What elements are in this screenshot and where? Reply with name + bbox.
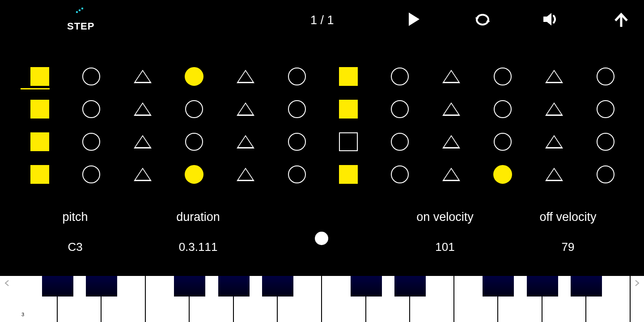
grid-cell[interactable] (133, 132, 152, 151)
grid-cell[interactable] (493, 165, 512, 184)
grid-cell[interactable] (339, 100, 358, 119)
circle-icon (82, 165, 100, 183)
grid-cell[interactable] (288, 67, 306, 86)
grid-cell[interactable] (133, 100, 152, 119)
grid-cell[interactable] (185, 67, 203, 86)
grid-cell[interactable] (390, 100, 409, 119)
svg-rect-1 (79, 9, 80, 11)
play-button[interactable] (409, 13, 420, 28)
grid-row (0, 95, 644, 128)
grid-cell[interactable] (596, 165, 615, 184)
keyboard-scroll-left[interactable] (4, 280, 11, 287)
param-duration-value: 0.3.111 (165, 240, 232, 254)
grid-cell[interactable] (596, 132, 615, 151)
grid-cell[interactable] (185, 100, 203, 119)
grid-cell[interactable] (288, 165, 306, 184)
grid-cell[interactable] (236, 67, 255, 86)
grid-cell[interactable] (82, 165, 101, 184)
triangle-icon (442, 135, 460, 148)
param-pitch[interactable]: pitch C3 (48, 210, 102, 254)
triangle-icon (134, 168, 152, 181)
upload-button[interactable] (614, 13, 629, 30)
grid-cell[interactable] (545, 67, 564, 86)
svg-rect-0 (76, 11, 78, 13)
grid-cell[interactable] (236, 100, 255, 119)
black-key[interactable] (42, 276, 73, 297)
black-key[interactable] (483, 276, 514, 297)
black-key[interactable] (571, 276, 602, 297)
black-key[interactable] (351, 276, 382, 297)
grid-cell[interactable] (82, 67, 101, 86)
grid-cell[interactable] (596, 67, 615, 86)
grid-cell[interactable] (185, 132, 203, 151)
grid-cell[interactable] (442, 132, 461, 151)
grid-cell[interactable] (133, 67, 152, 86)
grid-cell[interactable] (339, 67, 358, 86)
grid-cell[interactable] (30, 100, 49, 119)
grid-row (0, 161, 644, 193)
triangle-icon (545, 168, 563, 181)
circle-icon (597, 68, 614, 85)
param-on-velocity-label: on velocity (407, 210, 483, 224)
grid-cell[interactable] (390, 132, 409, 151)
square-icon (30, 132, 49, 151)
square-icon (339, 67, 358, 86)
grid-cell[interactable] (493, 132, 512, 151)
triangle-icon (442, 70, 460, 83)
param-duration[interactable]: duration 0.3.111 (165, 210, 232, 254)
triangle-icon (442, 102, 460, 116)
circle-icon (391, 133, 409, 151)
grid-cell[interactable] (30, 132, 49, 151)
grid-cell[interactable] (493, 100, 512, 119)
circle-icon (185, 165, 203, 184)
circle-icon (288, 165, 306, 183)
grid-cell[interactable] (288, 100, 306, 119)
grid-cell[interactable] (339, 165, 358, 184)
square-icon (339, 100, 358, 119)
grid-cell[interactable] (545, 100, 564, 119)
triangle-icon (442, 168, 460, 181)
grid-cell[interactable] (82, 100, 101, 119)
grid-cell[interactable] (545, 132, 564, 151)
grid-cell[interactable] (596, 100, 615, 119)
grid-cell[interactable] (185, 165, 203, 184)
center-slider-handle[interactable] (315, 232, 328, 245)
grid-cell[interactable] (236, 165, 255, 184)
grid-cell[interactable] (82, 132, 101, 151)
grid-cell[interactable] (390, 67, 409, 86)
black-key[interactable] (262, 276, 293, 297)
svg-marker-3 (409, 13, 419, 26)
volume-button[interactable] (543, 13, 558, 28)
keyboard-scroll-right[interactable] (633, 280, 640, 287)
black-key[interactable] (218, 276, 250, 297)
grid-cell[interactable] (442, 165, 461, 184)
grid-cell[interactable] (390, 165, 409, 184)
grid-cell[interactable] (30, 67, 49, 86)
grid-cell[interactable] (545, 165, 564, 184)
param-pitch-value: C3 (48, 240, 102, 254)
circle-icon (185, 67, 203, 86)
black-key[interactable] (394, 276, 426, 297)
param-off-velocity[interactable]: off velocity 79 (528, 210, 608, 254)
grid-cell[interactable] (288, 132, 306, 151)
grid-cell[interactable] (493, 67, 512, 86)
circle-icon (494, 68, 512, 85)
square-icon (30, 67, 49, 86)
loop-button[interactable] (474, 13, 491, 29)
black-key[interactable] (527, 276, 558, 297)
grid-cell[interactable] (442, 67, 461, 86)
black-key[interactable] (174, 276, 205, 297)
grid-cell[interactable] (236, 132, 255, 151)
step-cursor (21, 88, 50, 89)
black-key[interactable] (86, 276, 117, 297)
param-on-velocity-value: 101 (407, 240, 483, 254)
grid-cell[interactable] (133, 165, 152, 184)
param-on-velocity[interactable]: on velocity 101 (407, 210, 483, 254)
grid-cell[interactable] (339, 132, 358, 151)
square-icon (30, 100, 49, 119)
grid-cell[interactable] (30, 165, 49, 184)
stairs-icon (76, 7, 84, 15)
page-indicator: 1 / 1 (310, 13, 334, 27)
grid-cell[interactable] (442, 100, 461, 119)
circle-icon (597, 133, 614, 151)
